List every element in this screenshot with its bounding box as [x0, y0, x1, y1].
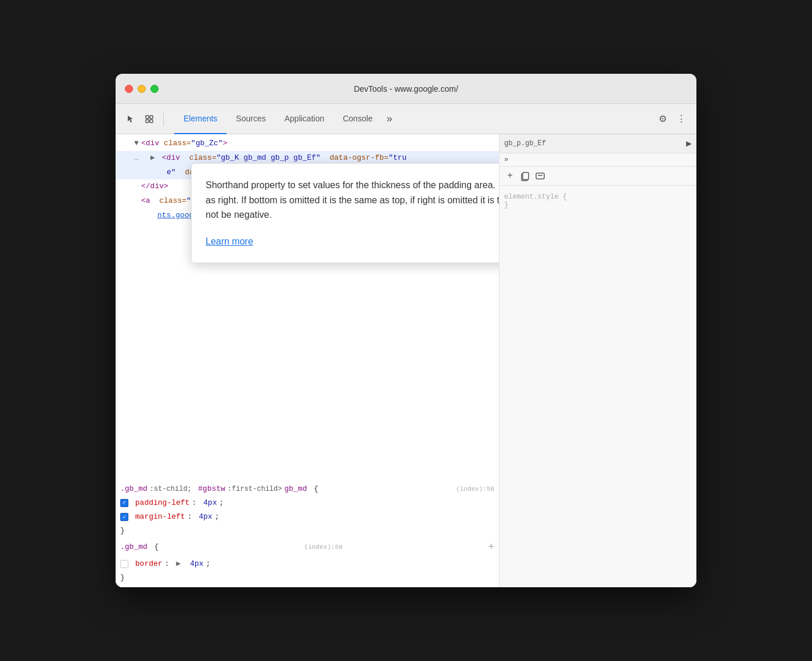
- css-prop-border[interactable]: border: ▶ 4px;: [116, 557, 499, 571]
- tooltip-footer: Learn more Don't show: [206, 234, 499, 249]
- css-close-brace-1: }: [116, 524, 499, 538]
- svg-rect-5: [523, 173, 529, 179]
- css-prop-margin-left[interactable]: margin-left: 4px;: [116, 510, 499, 524]
- devtools-window: DevTools - www.google.com/ Elements Sour…: [116, 74, 696, 587]
- expand-icon[interactable]: ▶: [686, 138, 692, 149]
- side-panel-icons: +: [500, 167, 696, 186]
- menu-icon[interactable]: ⋮: [673, 111, 689, 127]
- breadcrumb-text: gb_p.gb_Ef: [504, 139, 684, 148]
- html-panel-inner: ▼ <div class="gb_Zc"> … ▶ <div class="gb…: [116, 134, 499, 225]
- close-button[interactable]: [125, 85, 133, 93]
- svg-rect-6: [536, 173, 544, 179]
- add-property-button[interactable]: +: [488, 538, 494, 556]
- side-css-panel: element.style { }: [500, 186, 696, 587]
- expand-triangle[interactable]: ▶: [150, 152, 157, 164]
- prop-enabled-checkbox[interactable]: [120, 499, 128, 507]
- tab-application[interactable]: Application: [275, 104, 334, 134]
- side-panel: gb_p.gb_Ef ▶ » +: [499, 134, 696, 587]
- maximize-button[interactable]: [150, 85, 159, 93]
- learn-more-link[interactable]: Learn more: [206, 234, 253, 249]
- toolbar-divider: [163, 112, 164, 126]
- css-rules-panel: .gb_md:st-child; #gbstw:first-child>gb_m…: [116, 480, 499, 587]
- css-rule-header-2: .gb_md { (index):58 +: [116, 538, 499, 557]
- tooltip-popup: Shorthand property to set values for the…: [191, 163, 499, 263]
- add-rule-icon[interactable]: +: [504, 170, 516, 182]
- tab-bar: Elements Sources Application Console »: [174, 104, 652, 134]
- titlebar: DevTools - www.google.com/: [116, 74, 696, 104]
- pointer-icon[interactable]: [123, 111, 139, 127]
- css-close-brace-2: }: [116, 571, 499, 585]
- side-panel-header: gb_p.gb_Ef ▶: [500, 134, 696, 153]
- ellipsis-gutter: …: [134, 152, 143, 164]
- svg-rect-3: [150, 120, 153, 123]
- tab-sources[interactable]: Sources: [227, 104, 275, 134]
- more-tabs-button[interactable]: »: [382, 104, 397, 134]
- prop-enabled-checkbox-2[interactable]: [120, 513, 128, 521]
- minimize-button[interactable]: [138, 85, 146, 93]
- html-panel: ▼ <div class="gb_Zc"> … ▶ <div class="gb…: [116, 134, 499, 587]
- side-panel-toolbar: »: [500, 153, 696, 167]
- inspect-icon[interactable]: [141, 111, 157, 127]
- svg-rect-1: [150, 116, 153, 118]
- toolbar: Elements Sources Application Console » ⚙…: [116, 104, 696, 134]
- more-icon[interactable]: »: [504, 156, 508, 164]
- side-css-content: element.style { }: [500, 188, 696, 214]
- settings-icon[interactable]: ⚙: [655, 111, 671, 127]
- toolbar-right: ⚙ ⋮: [655, 111, 689, 127]
- html-line-1[interactable]: ▼ <div class="gb_Zc">: [116, 136, 499, 151]
- svg-rect-0: [146, 116, 149, 118]
- tab-elements[interactable]: Elements: [174, 104, 227, 134]
- toggle-changes-icon[interactable]: [534, 170, 546, 182]
- tooltip-description: Shorthand property to set values for the…: [206, 178, 499, 222]
- svg-rect-2: [146, 120, 149, 123]
- tab-console[interactable]: Console: [333, 104, 382, 134]
- window-title: DevTools - www.google.com/: [354, 84, 458, 94]
- traffic-lights: [125, 85, 159, 93]
- css-prop-padding-left[interactable]: padding-left: 4px;: [116, 496, 499, 510]
- css-rule-header-1: .gb_md:st-child; #gbstw:first-child>gb_m…: [116, 482, 499, 496]
- prop-disabled-checkbox[interactable]: [120, 560, 128, 568]
- copy-style-icon[interactable]: [519, 170, 531, 182]
- collapse-triangle[interactable]: ▼: [134, 138, 141, 150]
- main-content: ▼ <div class="gb_Zc"> … ▶ <div class="gb…: [116, 134, 696, 587]
